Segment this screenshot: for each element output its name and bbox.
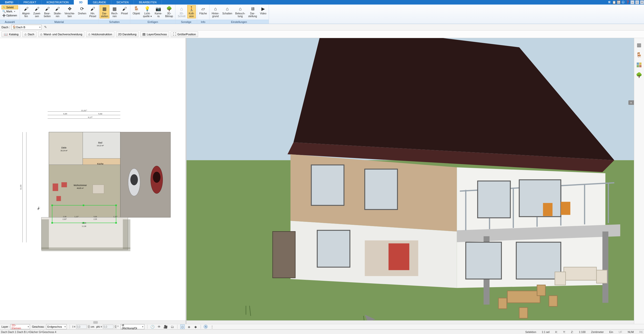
iso2-icon[interactable]: ◈ — [187, 324, 191, 329]
floorplan-canvas[interactable]: 11,01⁵ 4,655,60 9,17⁵ 11,03 Bad 14,12 m²… — [0, 38, 186, 324]
mode-combo[interactable]: dl (Richtung/Di — [120, 324, 144, 329]
tools-icon[interactable]: 🛠 — [607, 0, 611, 4]
phi-unit: ° — [117, 325, 118, 328]
ribbon-btn-dbitmap[interactable]: 🌳3D-Bitmap — [164, 5, 174, 18]
status-num: NUM — [628, 330, 634, 333]
menu-tab-datei[interactable]: DATEI — [0, 0, 18, 5]
2d-hscrollbar[interactable] — [0, 320, 186, 324]
layers-icon[interactable]: ▦ — [636, 42, 642, 48]
prop-btn-ddarstellung[interactable]: 2D Darstellung — [116, 32, 139, 37]
ribbon-btn-abgreifen[interactable]: 🖌Abgrei-fen — [21, 5, 32, 18]
ribbon-small-mark[interactable]: 🔍Mark.▾ — [2, 9, 18, 13]
svg-text:11,01⁵: 11,01⁵ — [81, 109, 87, 112]
iso1-icon[interactable]: ◇ — [180, 324, 185, 329]
svg-text:10,06: 10,06 — [82, 222, 86, 224]
status-x: X: — [555, 330, 558, 333]
ribbon-btn-drehen[interactable]: ⟳Drehen — [77, 5, 87, 18]
edit-pencil-icon[interactable]: ✎ — [43, 25, 48, 29]
clipboard-icon[interactable]: 📋 — [612, 0, 616, 4]
more-icon[interactable]: ⋮ — [210, 324, 214, 329]
ribbon-btn-objekt[interactable]: 🪑Objekt — [131, 5, 141, 18]
ribbon-btn-zuweisen[interactable]: 🖌Zuwei-sen — [32, 5, 42, 18]
svg-text:14,12 m²: 14,12 m² — [97, 145, 104, 146]
eye-icon[interactable]: 👁 — [157, 324, 161, 329]
svg-text:1,32⁵: 1,32⁵ — [113, 216, 117, 218]
menu-tab-konstruktion[interactable]: KONSTRUKTION — [42, 0, 74, 5]
ribbon-btn-bearbeiten[interactable]: 🖌Bear-beiten — [43, 5, 52, 18]
minimize-button[interactable]: – — [630, 0, 634, 4]
svg-text:4,65: 4,65 — [63, 113, 67, 115]
info2-icon[interactable]: 🛈 — [621, 0, 625, 4]
menu-tab-3d[interactable]: 3D — [74, 0, 88, 5]
svg-rect-90 — [543, 203, 553, 216]
system-buttons: 🛠 📋 🪟 🛈 ❓ – □ × — [607, 0, 644, 5]
ribbon-btn-kamera[interactable]: 📷Kame-ra — [154, 5, 163, 18]
camera2-icon[interactable]: 🎥 — [163, 324, 168, 329]
menu-tab-sichten[interactable]: SICHTEN — [111, 0, 134, 5]
prop-btn-katalog[interactable]: 📖Katalog — [2, 32, 21, 37]
3d-hscrollbar[interactable] — [187, 320, 644, 324]
geschoss-combo[interactable]: Erdgeschos — [46, 324, 67, 329]
ribbon-group-label: Auswahl — [0, 20, 20, 24]
ribbon-btn-beleuchtung[interactable]: ⌂Beleuch-tung — [234, 5, 246, 18]
phi-input[interactable] — [103, 325, 113, 329]
menu-tab-bearbeiten[interactable]: BEARBEITEN — [134, 0, 162, 5]
ribbon-btn-hinpinsel[interactable]: 🖌Hin.Pinsel — [88, 5, 97, 18]
window-icon[interactable]: 🪟 — [617, 0, 621, 4]
ribbon-btn-kollision[interactable]: 🚶Kolli-sion — [187, 5, 196, 18]
menu-tab-gelände[interactable]: GELÄNDE — [88, 0, 111, 5]
ribbon-group-label: Schatten — [99, 20, 130, 24]
prop-btn-wandunddachverschneidung[interactable]: ⌂Wand- und Dachverschneidung — [38, 32, 85, 37]
ribbon-btn-darstellen[interactable]: ▦Dar-stellen — [100, 5, 109, 18]
layer-label: Layer : — [2, 325, 10, 328]
svg-rect-84 — [549, 296, 557, 306]
svg-rect-42 — [41, 219, 49, 249]
chair-icon[interactable]: 🪑 — [636, 52, 642, 58]
ribbon-small-selekt[interactable]: ↖Selekt — [2, 5, 18, 9]
ribbon-btn-skalieren[interactable]: 🖌Skalie-ren — [52, 5, 63, 18]
2d-plan-pane[interactable]: 11,01⁵ 4,655,60 9,17⁵ 11,03 Bad 14,12 m²… — [0, 38, 187, 324]
ribbon-btn-darstellung[interactable]: 🖥Dar-stellung — [247, 5, 258, 18]
dach-combo[interactable]: 🏠 Dach B — [11, 25, 42, 30]
3d-view-pane[interactable] — [187, 38, 644, 324]
ribbon-small-optionen[interactable]: ➕Optionen — [2, 13, 18, 17]
svg-rect-75 — [478, 181, 510, 218]
svg-rect-76 — [519, 180, 561, 217]
l-unit: cm — [91, 325, 94, 328]
clock-icon[interactable]: 🕒 — [150, 324, 155, 329]
prop-btn-greposition[interactable]: ⛶Größe/Position — [171, 32, 198, 37]
ribbon-btn-video[interactable]: ▶Video — [259, 5, 267, 18]
iso3-icon[interactable]: ◆ — [193, 324, 198, 329]
prop-btn-layergeschoss[interactable]: ▤Layer/Geschoss — [140, 32, 169, 37]
prop-btn-holzkonstruktion[interactable]: ⌂Holzkonstruktion — [86, 32, 114, 37]
ribbon-btn-rechnen[interactable]: ▦Rech-nen — [110, 5, 119, 18]
stack-icon[interactable]: 🗂 — [170, 324, 174, 329]
svg-rect-97 — [637, 63, 639, 65]
status-selection: Selektion — [525, 330, 536, 333]
normal-n-icon[interactable]: N — [204, 325, 208, 329]
status-unit: Zentimeter — [591, 330, 604, 333]
l-input[interactable] — [76, 325, 87, 329]
prop-btn-dach[interactable]: ⌂Dach — [22, 32, 37, 37]
close-button[interactable]: × — [640, 0, 644, 4]
tree-icon[interactable]: 🌳 — [636, 72, 642, 78]
ribbon-btn-lichtquelle[interactable]: 💡Licht-quelle ▾ — [142, 5, 153, 18]
layer-combo[interactable]: 2D-Elemen — [10, 324, 30, 329]
ribbon-btn-schatten[interactable]: ⌂Schatten — [221, 5, 233, 18]
ribbon-btn-verschieben[interactable]: ✥Verschie-ben — [63, 5, 76, 18]
svg-text:5,00: 5,00 — [94, 216, 97, 218]
sidebar-expander[interactable]: ≡ — [628, 100, 634, 105]
menu-tab-projekt[interactable]: PROJEKT — [18, 0, 42, 5]
bottom-toolbar: Layer : 2D-Elemen Geschoss : Erdgeschos … — [0, 324, 644, 329]
svg-text:5,60: 5,60 — [98, 113, 102, 115]
palette-icon[interactable] — [636, 62, 642, 68]
ribbon-btn-hintergrund[interactable]: ⌂Hinter-grund — [210, 5, 221, 18]
svg-rect-79 — [273, 231, 295, 278]
svg-text:2,35: 2,35 — [94, 218, 97, 220]
ribbon-btn-pinsel[interactable]: 🖌Pinsel — [120, 5, 129, 18]
ribbon-btn-flche[interactable]: ▱Fläche — [198, 5, 208, 18]
help-icon[interactable]: ❓ — [626, 0, 630, 4]
ribbon-group-label: Sonstige — [175, 20, 197, 24]
ribbon-group-label: Info — [197, 20, 209, 24]
maximize-button[interactable]: □ — [635, 0, 639, 4]
